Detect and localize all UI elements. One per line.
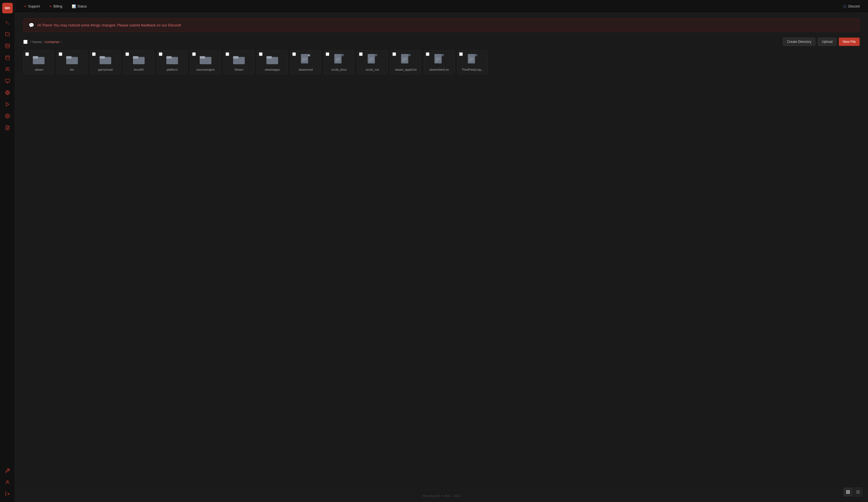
folder-checkbox-steam-cap[interactable] (226, 52, 229, 56)
breadcrumb-container[interactable]: container (45, 40, 60, 44)
sidebar-item-terminal[interactable] (2, 17, 13, 28)
folder-item-bin[interactable]: bin (57, 50, 87, 74)
file-checkbox-srcds-run[interactable] (359, 52, 363, 56)
folder-icon (166, 53, 178, 66)
file-item-thirdparty[interactable]: ThirdPartyLeg... (457, 50, 488, 74)
alert-banner: 💬 Hi There! You may noticed some things … (23, 18, 860, 32)
svg-point-6 (6, 67, 8, 69)
file-item-steamcmd[interactable]: steamcmd (290, 50, 321, 74)
file-checkbox-steamclient[interactable] (426, 52, 430, 56)
svg-rect-53 (442, 54, 444, 56)
discord-button[interactable]: ⬡ Discord (840, 2, 862, 10)
svg-rect-64 (846, 492, 848, 494)
sidebar-item-settings[interactable] (2, 111, 13, 121)
file-checkbox-steam-appid[interactable] (392, 52, 396, 56)
discord-icon: ⬡ (843, 4, 847, 9)
file-icon (400, 53, 412, 66)
file-name: steamclient.so (430, 68, 449, 71)
sidebar-item-database[interactable] (2, 41, 13, 51)
svg-point-11 (7, 115, 8, 117)
upload-button[interactable]: Upload (818, 38, 837, 46)
svg-rect-37 (334, 54, 342, 63)
copyright-text: Pterodactyl® © 2015 - 2024 (422, 494, 460, 498)
folder-item-linux64[interactable]: linux64 (124, 50, 154, 74)
billing-icon: ✦ (49, 4, 52, 8)
file-checkbox-srcds-linux[interactable] (326, 52, 329, 56)
svg-rect-66 (856, 491, 860, 491)
sidebar-item-schedule[interactable] (2, 52, 13, 63)
folder-item-sourceengine[interactable]: sourceengine (190, 50, 221, 74)
svg-rect-17 (33, 56, 38, 59)
svg-rect-63 (848, 490, 850, 492)
select-all-checkbox[interactable] (23, 40, 28, 44)
file-checkbox-steamcmd[interactable] (292, 52, 296, 56)
folder-checkbox-platform[interactable] (159, 52, 163, 56)
folder-checkbox-garrysmod[interactable] (92, 52, 96, 56)
support-button[interactable]: ✦ Support (21, 3, 43, 10)
svg-rect-42 (368, 54, 375, 63)
breadcrumb-home[interactable]: home (32, 40, 42, 44)
svg-rect-67 (856, 492, 860, 492)
breadcrumb-sep2: / (61, 40, 62, 44)
folder-checkbox-linux64[interactable] (125, 52, 129, 56)
sidebar-item-account[interactable] (2, 477, 13, 488)
folder-checkbox-steamapps[interactable] (259, 52, 262, 56)
support-icon: ✦ (24, 4, 27, 8)
svg-rect-7 (5, 79, 9, 82)
sidebar-item-audit[interactable] (2, 122, 13, 133)
folder-item-steamapps[interactable]: steamapps (257, 50, 288, 74)
file-item-srcds-linux[interactable]: srcds_linux (324, 50, 354, 74)
view-toggles (844, 488, 862, 496)
billing-button[interactable]: ✦ Billing (46, 3, 66, 10)
app-logo[interactable]: NIH (2, 3, 13, 13)
file-icon (300, 53, 312, 66)
svg-rect-43 (375, 54, 377, 56)
list-view-button[interactable] (854, 488, 862, 496)
svg-rect-47 (401, 54, 408, 63)
folder-name: platform (167, 68, 178, 71)
folder-item-platform[interactable]: platform (157, 50, 187, 74)
svg-rect-19 (66, 56, 72, 59)
sidebar-item-tools[interactable] (2, 465, 13, 476)
file-name: ThirdPartyLeg... (462, 68, 483, 71)
folder-name: linux64 (134, 68, 144, 71)
sidebar-item-backup[interactable] (2, 76, 13, 86)
status-button[interactable]: 📊 Status (69, 3, 90, 10)
folder-icon (99, 53, 112, 66)
file-icon (466, 53, 479, 66)
svg-rect-58 (475, 54, 477, 56)
sidebar-item-files[interactable] (2, 29, 13, 40)
folder-checkbox-sourceengine[interactable] (192, 52, 196, 56)
file-checkbox-thirdparty[interactable] (459, 52, 463, 56)
file-item-srcds-run[interactable]: srcds_run (357, 50, 388, 74)
sidebar-item-network[interactable] (2, 88, 13, 98)
folder-item-garrysmod[interactable]: garrysmod (90, 50, 121, 74)
sidebar: NIH (0, 0, 15, 502)
svg-rect-32 (301, 54, 308, 63)
svg-rect-57 (468, 54, 475, 63)
folder-checkbox-steam[interactable] (25, 52, 29, 56)
main-content: ✦ Support ✦ Billing 📊 Status ⬡ Discord 💬… (15, 0, 868, 502)
folder-checkbox-bin[interactable] (59, 52, 62, 56)
file-item-steamclient[interactable]: steamclient.so (424, 50, 454, 74)
sidebar-item-users[interactable] (2, 64, 13, 74)
svg-rect-52 (434, 54, 442, 63)
create-directory-button[interactable]: Create Directory (783, 38, 815, 46)
file-grid: .steam bin (23, 50, 860, 74)
breadcrumb-root: / (30, 40, 31, 44)
folder-item-steam[interactable]: .steam (23, 50, 54, 74)
file-icon (433, 53, 445, 66)
folder-item-steam[interactable]: Steam (224, 50, 254, 74)
folder-icon (133, 53, 145, 66)
new-file-button[interactable]: New File (839, 38, 860, 46)
breadcrumb-sep1: / (43, 40, 44, 44)
file-item-steam-appid[interactable]: steam_appid.txt (391, 50, 421, 74)
svg-rect-25 (166, 56, 172, 59)
file-icon (333, 53, 345, 66)
svg-rect-38 (342, 54, 344, 56)
grid-view-button[interactable] (844, 488, 852, 496)
svg-rect-29 (233, 56, 238, 59)
svg-rect-48 (408, 54, 411, 56)
sidebar-item-logout[interactable] (2, 489, 13, 499)
sidebar-item-startup[interactable] (2, 99, 13, 110)
